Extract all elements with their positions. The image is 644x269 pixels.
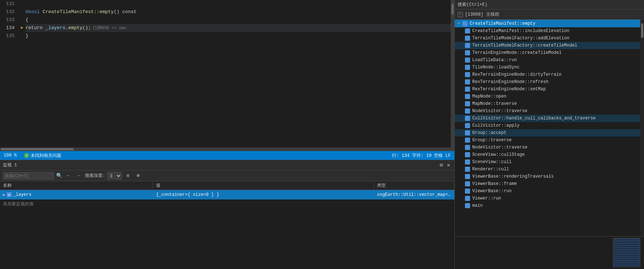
callstack-item-6[interactable]: TileNode::loadSync	[455, 64, 640, 71]
callstack-list: ➤ CreateTileManifest::empty CreateTileMa…	[455, 20, 640, 236]
watch-close-btn[interactable]: ✕	[446, 162, 451, 168]
minimap-thumbnail	[613, 238, 640, 267]
execution-arrow: ➤	[20, 24, 24, 32]
callstack-item-3[interactable]: TerrainTileModelFactory::createTileModel	[455, 42, 640, 49]
watch-var-icon: ◈	[7, 192, 12, 197]
col-type: 类型	[374, 182, 454, 189]
frame-icon-7	[465, 72, 470, 77]
callstack-thread-label: [13008] 主线程	[465, 11, 499, 17]
callstack-item-22[interactable]: ViewerBase::frame	[455, 180, 640, 187]
frame-icon-3	[465, 43, 470, 48]
frame-icon-14	[465, 123, 470, 128]
callstack-item-16[interactable]: Group::traverse	[455, 137, 640, 144]
code-line-132: ⊟bool CreateTileManifest::empty() const	[26, 8, 451, 16]
watch-cell-name: ▶ ◈ _layers	[0, 192, 153, 197]
depth-label: 搜索深度:	[85, 173, 105, 179]
callstack-item-24[interactable]: Viewer::run	[455, 195, 640, 202]
callstack-item-label-14: CullVisitor::apply	[472, 123, 520, 128]
watch-row[interactable]: ▶ ◈ _layers {_container={ size=0 } } osg…	[0, 190, 454, 199]
callstack-item-10[interactable]: MapNode::open	[455, 93, 640, 100]
callstack-item-20[interactable]: Renderer::cull	[455, 166, 640, 173]
callstack-item-label-5: LoadTileData::run	[472, 58, 517, 63]
frame-icon-24	[465, 196, 470, 201]
depth-select[interactable]: 3 5 10	[107, 172, 122, 179]
callstack-item-label-10: MapNode::open	[472, 94, 507, 99]
callstack-item-4[interactable]: TerrainEngineNode::createTileModel	[455, 49, 640, 56]
callstack-search-bar: 搜索(Ctrl+E)	[455, 0, 644, 9]
callstack-item-5[interactable]: LoadTileData::run	[455, 56, 640, 64]
line-num-134: 134	[0, 24, 15, 32]
zoom-level[interactable]: 100 %	[4, 153, 17, 158]
frame-icon-20	[465, 167, 470, 172]
col-value: 值	[153, 182, 374, 189]
callstack-item-8[interactable]: RexTerrainEngineNode::refresh	[455, 78, 640, 86]
callstack-item-19[interactable]: SceneView::cull	[455, 158, 640, 166]
watch-cell-type: osgEarth::Util::vector_map<int,in...	[374, 192, 454, 197]
expand-btn[interactable]: ⊞	[134, 172, 142, 180]
callstack-item-15[interactable]: Group::accept	[455, 129, 640, 137]
callstack-item-label-2: TerrainTileModelFactory::addElevation	[472, 36, 569, 41]
expand-arrow-icon[interactable]: ▶	[3, 193, 5, 197]
status-ok-icon: ✓	[24, 153, 29, 158]
watch-panel-titlebar: 监视 1 ⊟ ✕	[0, 160, 454, 170]
frame-icon-5	[465, 58, 470, 63]
search-icon[interactable]: 🔍	[56, 173, 62, 179]
callstack-item-17[interactable]: NodeVisitor::traverse	[455, 144, 640, 151]
line-num-131: 131	[0, 0, 15, 8]
cursor-position: 行: 134 字符: 19 空格 LF	[392, 153, 451, 159]
callstack-item-label-7: RexTerrainEngineNode::dirtyTerrain	[472, 72, 562, 77]
search-forward-btn[interactable]: →	[75, 172, 83, 180]
frame-icon-17	[465, 145, 470, 150]
callstack-item-7[interactable]: RexTerrainEngineNode::dirtyTerrain	[455, 71, 640, 78]
frame-icon-25	[465, 203, 470, 208]
callstack-item-label-12: NodeVisitor::traverse	[472, 108, 527, 114]
callstack-item-label-18: SceneView::cullStage	[472, 152, 525, 157]
callstack-item-25[interactable]: main	[455, 202, 640, 209]
callstack-item-21[interactable]: ViewerBase::renderingTraversals	[455, 173, 640, 180]
callstack-item-label-6: TileNode::loadSync	[472, 65, 520, 70]
callstack-item-2[interactable]: TerrainTileModelFactory::addElevation	[455, 35, 640, 42]
callstack-item-0[interactable]: ➤ CreateTileManifest::empty	[455, 20, 640, 27]
callstack-item-label-13: CullVisitor::handle_cull_callbacks_and_t…	[472, 116, 595, 121]
editor-hscroll[interactable]	[0, 147, 454, 151]
callstack-item-18[interactable]: SceneView::cullStage	[455, 151, 640, 158]
line-num-135: 135	[0, 32, 15, 40]
line-num-132: 132	[0, 8, 15, 16]
status-bar: 100 % ✓ 未找到相关问题 行: 134 字符: 19 空格 LF	[0, 151, 454, 160]
code-line-135: }	[26, 32, 451, 40]
callstack-search-label: 搜索(Ctrl+E)	[458, 1, 488, 8]
frame-icon-16	[465, 138, 470, 143]
callstack-item-label-24: Viewer::run	[472, 196, 501, 201]
callstack-item-13[interactable]: CullVisitor::handle_cull_callbacks_and_t…	[455, 115, 640, 122]
watch-search-input[interactable]	[3, 172, 54, 179]
thread-icon: ⚙	[458, 12, 463, 17]
callstack-item-11[interactable]: MapNode::traverse	[455, 100, 640, 107]
watch-toolbar: 🔍 ← → 搜索深度: 3 5 10 ⊟ ⊞	[0, 170, 454, 181]
callstack-vscroll[interactable]	[640, 20, 644, 236]
callstack-item-14[interactable]: CullVisitor::apply	[455, 122, 640, 129]
filter-btn[interactable]: ⊟	[124, 172, 132, 180]
callstack-item-9[interactable]: RexTerrainEngineNode::setMap	[455, 86, 640, 93]
line-num-133: 133	[0, 16, 15, 24]
callstack-item-23[interactable]: ViewerBase::run	[455, 187, 640, 195]
frame-icon-15	[465, 130, 470, 135]
watch-table-header: 名称 值 类型	[0, 181, 454, 190]
callstack-item-label-20: Renderer::cull	[472, 167, 509, 172]
frame-icon-13	[465, 116, 470, 121]
current-frame-arrow: ➤	[458, 21, 460, 26]
callstack-item-label-17: NodeVisitor::traverse	[472, 145, 527, 150]
watch-cell-value: {_container={ size=0 } }	[153, 192, 374, 197]
watch-panel-title: 监视 1	[3, 162, 437, 168]
frame-icon-18	[465, 152, 470, 157]
frame-icon-9	[465, 87, 470, 92]
frame-icon-19	[465, 159, 470, 165]
callstack-item-label-0: CreateTileManifest::empty	[470, 21, 535, 26]
callstack-item-1[interactable]: CreateTileManifest::includesElevation	[455, 27, 640, 35]
watch-pin-btn[interactable]: ⊟	[438, 162, 444, 168]
frame-icon-1	[465, 28, 470, 33]
callstack-item-12[interactable]: NodeVisitor::traverse	[455, 107, 640, 115]
search-back-btn[interactable]: ←	[65, 172, 73, 180]
frame-icon-21	[465, 174, 470, 179]
add-watch-item[interactable]: 添加要监视的项	[0, 199, 454, 209]
col-name: 名称	[0, 182, 153, 189]
